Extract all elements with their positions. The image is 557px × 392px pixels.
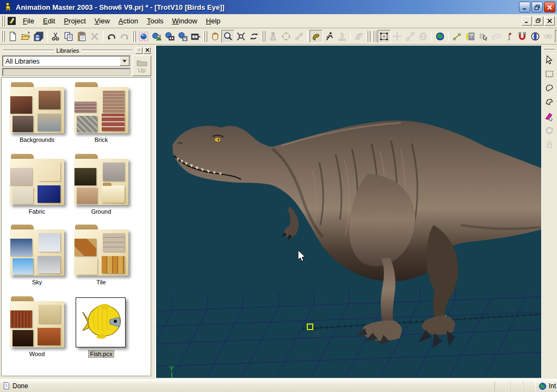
mdi-restore-icon (536, 18, 541, 23)
model-vertices-button[interactable] (280, 30, 293, 43)
group-pick-button[interactable] (543, 110, 556, 123)
turn-button[interactable] (247, 30, 261, 43)
menu-edit[interactable]: Edit (39, 15, 59, 27)
web-earth-button[interactable] (434, 30, 447, 43)
render-model-button[interactable] (137, 30, 150, 43)
character-button[interactable] (267, 30, 280, 43)
key-properties-icon (465, 32, 475, 41)
zoom-fit-button[interactable] (234, 30, 247, 43)
text-button[interactable]: A (555, 30, 557, 43)
snap-grid-button[interactable] (476, 30, 490, 43)
pan-button[interactable] (208, 30, 221, 43)
scale-button[interactable] (404, 30, 417, 43)
toolbar-gripper[interactable] (1, 31, 5, 42)
menu-gripper[interactable] (1, 16, 5, 27)
front-back-sphere-button[interactable] (529, 30, 542, 43)
minimize-icon (522, 4, 528, 10)
toolbar-gripper[interactable] (373, 31, 376, 42)
link-button[interactable] (542, 30, 555, 43)
pin-button[interactable] (503, 30, 516, 43)
key-properties-button[interactable] (463, 30, 476, 43)
library-item-label: Brick (93, 136, 109, 143)
pointer-tool-button[interactable] (543, 53, 556, 66)
mdi-close-button[interactable] (544, 16, 555, 26)
redo-button[interactable] (118, 30, 131, 43)
child-window-icon[interactable] (7, 16, 16, 26)
restore-button[interactable] (531, 2, 543, 13)
lock-button[interactable] (543, 138, 556, 151)
copy-icon (64, 32, 73, 41)
measure-button[interactable] (490, 30, 503, 43)
library-item-sky[interactable]: Sky (5, 225, 69, 287)
close-icon (145, 48, 150, 52)
toolbar-gripper[interactable] (203, 31, 207, 42)
mdi-minimize-button[interactable] (522, 16, 532, 26)
panel-close-button[interactable] (144, 47, 151, 54)
toolbar-gripper[interactable] (367, 31, 370, 42)
undo-button[interactable] (105, 30, 118, 43)
library-item-fish[interactable]: Fish.pcx (69, 296, 133, 358)
cut-button[interactable] (49, 30, 62, 43)
bone-button[interactable] (293, 30, 306, 43)
rotate-tool-button[interactable] (543, 124, 556, 137)
pointer-icon (544, 55, 554, 65)
open-button[interactable] (19, 30, 32, 43)
render-movie-icon (165, 32, 175, 41)
up-button[interactable]: Up (132, 55, 151, 76)
status-bar: Done Int (0, 379, 557, 392)
library-item-backgrounds[interactable]: Backgrounds (5, 82, 69, 144)
library-item-wood[interactable]: Wood (5, 296, 69, 358)
add-bone-button[interactable] (450, 30, 463, 43)
library-item-brick[interactable]: Brick (69, 82, 133, 144)
menu-action[interactable]: Action (114, 15, 143, 27)
library-item-tile[interactable]: Tile (69, 225, 133, 287)
group-pick-icon (544, 111, 554, 121)
magnet-button[interactable] (516, 30, 529, 43)
status-cell (523, 381, 536, 391)
document-status-icon (2, 382, 10, 390)
combo-dropdown-button[interactable] (120, 57, 129, 66)
polygon-lasso-select-button[interactable] (543, 96, 556, 109)
library-select[interactable]: All Libraries (2, 55, 131, 67)
marker-label: 20 (313, 331, 320, 339)
render-to-file-button[interactable] (176, 30, 189, 43)
library-item-fabric[interactable]: Fabric (5, 154, 69, 216)
copy-button[interactable] (62, 30, 75, 43)
keyframe-marker-20[interactable]: 20 (307, 324, 320, 339)
menu-help[interactable]: Help (202, 15, 225, 27)
new-button[interactable] (6, 30, 19, 43)
toolbar-gripper[interactable] (132, 31, 136, 42)
mdi-restore-button[interactable] (533, 16, 543, 26)
toolbar-gripper[interactable] (262, 31, 265, 42)
zoom-button[interactable] (221, 30, 234, 43)
translate-button[interactable] (391, 30, 404, 43)
manipulator-box-button[interactable] (377, 30, 391, 43)
filmstrip-button[interactable] (189, 30, 202, 43)
menu-window[interactable]: Window (168, 15, 201, 27)
world-wireframe-button[interactable] (417, 30, 430, 43)
skeletal-mode-button[interactable] (323, 30, 336, 43)
render-shaded-button[interactable] (150, 30, 163, 43)
library-item-ground[interactable]: Ground (69, 154, 133, 216)
delete-button[interactable] (88, 30, 101, 43)
library-select-value: All Libraries (3, 58, 120, 65)
panel-pin-button[interactable] (135, 47, 143, 54)
muscle-mode-button[interactable] (310, 30, 323, 43)
save-all-button[interactable] (32, 30, 45, 43)
render-movie-button[interactable] (163, 30, 176, 43)
translate-icon (392, 32, 402, 41)
toolbar-separator (103, 31, 103, 42)
dynamics-button[interactable] (336, 30, 349, 43)
shell-button[interactable] (352, 30, 366, 43)
toolbar-gripper[interactable] (544, 47, 555, 51)
lasso-select-button[interactable] (543, 82, 556, 95)
paste-button[interactable] (75, 30, 88, 43)
marquee-select-button[interactable] (543, 67, 556, 80)
menu-project[interactable]: Project (59, 15, 90, 27)
menu-tools[interactable]: Tools (143, 15, 168, 27)
viewport[interactable]: 20 0 (156, 46, 541, 378)
menu-file[interactable]: File (18, 15, 39, 27)
minimize-button[interactable] (519, 2, 530, 13)
menu-view[interactable]: View (90, 15, 114, 27)
close-button[interactable] (544, 2, 555, 13)
